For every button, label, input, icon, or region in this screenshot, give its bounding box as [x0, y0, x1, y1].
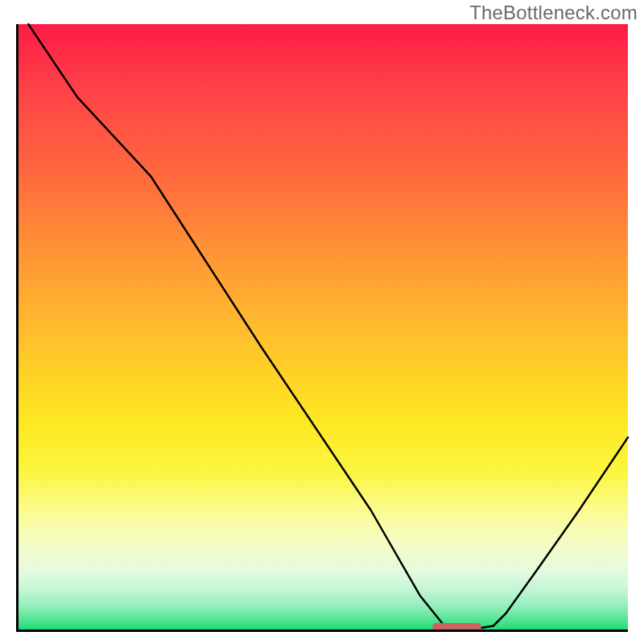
chart-curve [16, 24, 628, 632]
y-axis-line [16, 24, 19, 632]
x-axis-line [16, 630, 628, 632]
watermark-text: TheBottleneck.com [469, 2, 638, 24]
plot-container [16, 24, 628, 632]
curve-path [28, 24, 628, 629]
